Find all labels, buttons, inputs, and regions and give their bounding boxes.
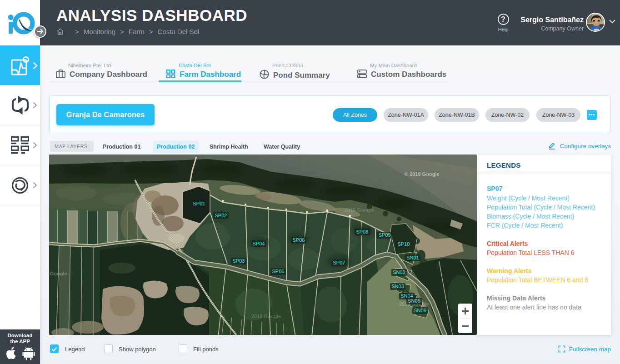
svg-text:SP09: SP09 — [379, 232, 391, 238]
svg-text:Google: Google — [50, 271, 67, 276]
svg-text:SN03: SN03 — [391, 284, 404, 289]
svg-text:SN01: SN01 — [406, 255, 419, 260]
svg-text:SN06: SN06 — [414, 308, 426, 313]
svg-text:SP02: SP02 — [215, 213, 227, 218]
svg-text:SN05: SN05 — [408, 298, 420, 304]
svg-text:2019 Google: 2019 Google — [251, 314, 281, 319]
svg-text:SP01: SP01 — [193, 201, 205, 206]
svg-text:© 2019 Google: © 2019 Google — [405, 171, 440, 177]
svg-text:SN02: SN02 — [393, 269, 405, 275]
svg-text:SP07: SP07 — [333, 260, 345, 265]
svg-text:SP05: SP05 — [272, 269, 285, 274]
svg-text:SP03: SP03 — [233, 258, 245, 264]
svg-text:SP04: SP04 — [253, 241, 265, 246]
svg-text:SP10: SP10 — [398, 241, 410, 247]
svg-text:SP08: SP08 — [356, 229, 369, 234]
svg-text:2019 Google: 2019 Google — [345, 207, 374, 213]
svg-text:SP06: SP06 — [293, 237, 305, 243]
